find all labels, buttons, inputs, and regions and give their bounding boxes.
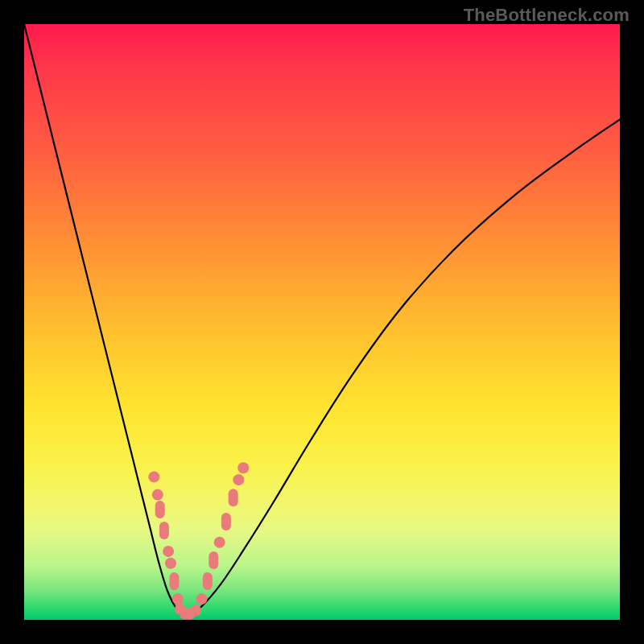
- chart-svg: [24, 24, 620, 620]
- data-marker: [170, 572, 180, 590]
- bottleneck-curve: [24, 24, 620, 617]
- data-marker: [233, 474, 244, 485]
- data-marker: [208, 551, 218, 569]
- data-marker: [155, 501, 165, 518]
- data-marker: [214, 537, 225, 548]
- plot-area: [24, 24, 620, 620]
- data-marker: [196, 593, 208, 605]
- data-marker: [148, 471, 159, 482]
- data-marker: [163, 546, 174, 557]
- data-marker: [159, 522, 169, 539]
- chart-frame: TheBottleneck.com: [0, 0, 644, 644]
- data-markers: [148, 462, 249, 619]
- data-marker: [237, 462, 249, 473]
- data-marker: [152, 489, 163, 501]
- data-marker: [190, 605, 201, 616]
- data-marker: [229, 489, 238, 506]
- data-marker: [203, 572, 213, 590]
- data-marker: [165, 558, 176, 569]
- data-marker: [172, 593, 184, 605]
- data-marker: [221, 513, 231, 530]
- watermark-text: TheBottleneck.com: [464, 5, 630, 26]
